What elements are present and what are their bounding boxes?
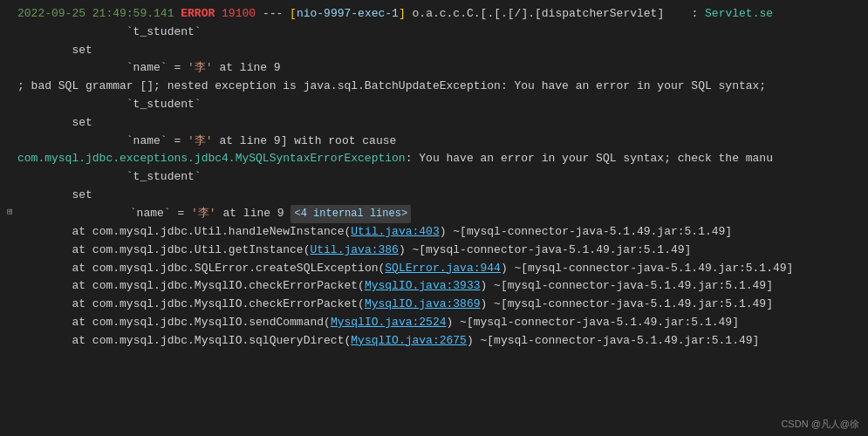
- log-line: at com.mysql.jdbc.MysqlIO.sqlQueryDirect…: [0, 332, 868, 351]
- class-path-text: o.a.c.c.C.[.[.[/].[dispatcherServlet]: [413, 5, 665, 24]
- normal-text: `t_student`: [17, 168, 202, 187]
- error-level-text: ERROR: [181, 5, 215, 24]
- normal-text: set: [17, 187, 92, 205]
- normal-text: have an error in your SQL syntax;: [535, 78, 766, 96]
- watermark: CSDN @凡人@徐: [781, 418, 859, 431]
- watermark-author: 凡人@徐: [821, 419, 859, 429]
- log-line: `t_student`: [0, 24, 868, 42]
- normal-text: at com.mysql.jdbc.MysqlIO.checkErrorPack…: [17, 277, 365, 296]
- normal-text: [406, 5, 413, 24]
- internal-text: <4 internal lines>: [290, 205, 411, 223]
- log-line: set: [0, 42, 868, 60]
- log-line: set: [0, 114, 868, 133]
- class-name-text: com.mysql.jdbc.exceptions.jdbc4.MySQLSyn…: [17, 150, 406, 168]
- normal-text: `name` =: [21, 205, 191, 223]
- normal-text: `t_student`: [17, 96, 202, 114]
- collapse-icon[interactable]: ⊞: [7, 205, 17, 221]
- error-code-text: 19100: [222, 5, 256, 24]
- normal-text: [215, 5, 222, 24]
- normal-text: at com.mysql.jdbc.SQLError.createSQLExce…: [17, 260, 385, 278]
- normal-text: `name` =: [17, 133, 188, 151]
- log-line: `name` = '李' at line 9: [0, 59, 868, 78]
- normal-text: at line 9: [213, 59, 281, 78]
- normal-text: `t_student`: [17, 24, 202, 42]
- link-text[interactable]: MysqlIO.java:3933: [365, 277, 481, 296]
- string-val-text: '李': [191, 205, 216, 223]
- log-line: ; bad SQL grammar []; nested exception i…: [0, 78, 868, 96]
- you-highlight-text: You: [515, 78, 535, 96]
- log-container: 2022-09-25 21:49:59.141 ERROR 19100 --- …: [0, 0, 868, 356]
- log-line: `t_student`: [0, 168, 868, 187]
- normal-text: `name` =: [17, 59, 188, 78]
- class-name-text: Servlet.se: [705, 5, 773, 24]
- log-line: `t_student`: [0, 96, 868, 114]
- normal-text: ) ~[mysql-connector-java-5.1.49.jar:5.1.…: [481, 296, 773, 314]
- bracket-text: [: [290, 5, 297, 24]
- log-line: ⊞ `name` = '李' at line 9 <4 internal lin…: [0, 205, 868, 223]
- timestamp-text: 2022-09-25 21:49:59.141: [17, 5, 181, 24]
- log-line: set: [0, 187, 868, 205]
- normal-text: ) ~[mysql-connector-java-5.1.49.jar:5.1.…: [447, 314, 739, 332]
- normal-text: at com.mysql.jdbc.MysqlIO.sqlQueryDirect…: [17, 332, 351, 351]
- normal-text: at com.mysql.jdbc.MysqlIO.checkErrorPack…: [17, 296, 365, 314]
- log-line: 2022-09-25 21:49:59.141 ERROR 19100 --- …: [0, 5, 868, 24]
- watermark-prefix: CSDN @: [781, 419, 820, 429]
- normal-text: ) ~[mysql-connector-java-5.1.49.jar:5.1.…: [440, 223, 732, 242]
- log-line: at com.mysql.jdbc.Util.getInstance(Util.…: [0, 242, 868, 260]
- thread-text: nio-9997-exec-1: [297, 5, 399, 24]
- normal-text: at com.mysql.jdbc.Util.getInstance(: [17, 242, 310, 260]
- link-text[interactable]: MysqlIO.java:2524: [331, 314, 447, 332]
- log-line: com.mysql.jdbc.exceptions.jdbc4.MySQLSyn…: [0, 150, 868, 168]
- link-text[interactable]: Util.java:403: [351, 223, 439, 242]
- normal-text: at com.mysql.jdbc.Util.handleNewInstance…: [17, 223, 351, 242]
- link-text[interactable]: MysqlIO.java:3869: [365, 296, 481, 314]
- bracket-text: ]: [399, 5, 406, 24]
- normal-text: ) ~[mysql-connector-java-5.1.49.jar:5.1.…: [467, 332, 759, 351]
- normal-text: at line 9] with root cause: [213, 133, 397, 151]
- string-val-text: '李': [188, 59, 213, 78]
- normal-text: at com.mysql.jdbc.MysqlIO.sendCommand(: [17, 314, 331, 332]
- normal-text: ---: [256, 5, 290, 24]
- normal-text: ) ~[mysql-connector-java-5.1.49.jar:5.1.…: [481, 277, 773, 296]
- normal-text: set: [17, 114, 92, 133]
- normal-text: :: [664, 5, 705, 24]
- log-line: `name` = '李' at line 9] with root cause: [0, 133, 868, 151]
- normal-text: : You have an error in your SQL syntax; …: [406, 150, 773, 168]
- normal-text: ) ~[mysql-connector-java-5.1.49.jar:5.1.…: [501, 260, 793, 278]
- link-text[interactable]: Util.java:386: [310, 242, 398, 260]
- link-text[interactable]: MysqlIO.java:2675: [351, 332, 467, 351]
- log-line: at com.mysql.jdbc.SQLError.createSQLExce…: [0, 260, 868, 278]
- link-text[interactable]: SQLError.java:944: [385, 260, 501, 278]
- normal-text: set: [17, 42, 92, 60]
- normal-text: ; bad SQL grammar []; nested exception i…: [17, 78, 515, 96]
- normal-text: at line 9: [216, 205, 291, 223]
- log-line: at com.mysql.jdbc.Util.handleNewInstance…: [0, 223, 868, 242]
- normal-text: ) ~[mysql-connector-java-5.1.49.jar:5.1.…: [399, 242, 691, 260]
- log-line: at com.mysql.jdbc.MysqlIO.checkErrorPack…: [0, 296, 868, 314]
- log-line: at com.mysql.jdbc.MysqlIO.sendCommand(My…: [0, 314, 868, 332]
- log-line: at com.mysql.jdbc.MysqlIO.checkErrorPack…: [0, 277, 868, 296]
- string-val-text: '李': [188, 133, 213, 151]
